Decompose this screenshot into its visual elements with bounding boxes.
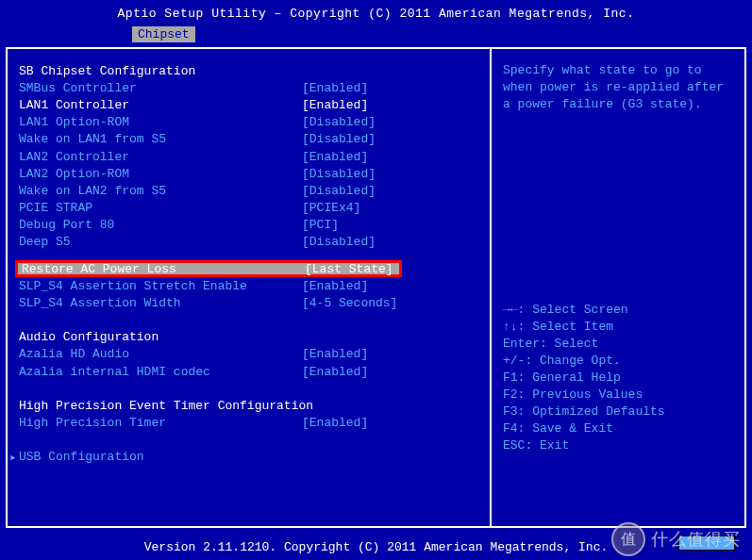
setting-value: [Disabled]	[302, 115, 376, 129]
watermark-text: 什么值得买	[651, 528, 741, 551]
nav-hint: F3: Optimized Defaults	[503, 404, 737, 420]
spacer	[19, 432, 482, 449]
setting-value: [PCI]	[302, 218, 339, 232]
setting-label: Wake on LAN2 from S5	[19, 184, 302, 198]
setting-value: [Enabled]	[302, 150, 368, 164]
setting-label: Debug Port 80	[19, 218, 302, 232]
nav-help: →←: Select Screen↑↓: Select ItemEnter: S…	[503, 302, 737, 454]
setting-row[interactable]: SLP_S4 Assertion Width[4-5 Seconds]	[19, 294, 482, 311]
help-text: Specify what state to go to when power i…	[503, 62, 737, 113]
setting-value: [Disabled]	[302, 167, 376, 181]
setting-label: SMBus Controller	[19, 81, 302, 95]
footer-text: Version 2.11.1210. Copyright (C) 2011 Am…	[144, 540, 608, 554]
nav-hint: F4: Save & Exit	[503, 420, 737, 437]
bios-root: Aptio Setup Utility – Copyright (C) 2011…	[0, 0, 752, 560]
section-label: SB Chipset Configuration	[19, 64, 195, 78]
nav-hint: ESC: Exit	[503, 437, 737, 454]
setting-row[interactable]: Debug Port 80[PCI]	[19, 217, 482, 234]
setting-row[interactable]: LAN1 Controller[Enabled]	[19, 96, 482, 113]
tab-row: Chipset	[0, 26, 752, 43]
setting-label: SLP_S4 Assertion Stretch Enable	[19, 279, 302, 293]
setting-row[interactable]: LAN2 Option-ROM[Disabled]	[19, 165, 482, 182]
settings-panel: SB Chipset Configuration SMBus Controlle…	[8, 49, 492, 526]
setting-label: High Precision Timer	[19, 416, 302, 430]
watermark: 值 什么值得买	[611, 522, 741, 556]
setting-label: PCIE STRAP	[19, 201, 302, 215]
setting-label: Wake on LAN1 from S5	[19, 132, 302, 146]
nav-hint: F1: General Help	[503, 370, 737, 387]
setting-value: [Enabled]	[302, 365, 368, 379]
setting-label: LAN2 Option-ROM	[19, 167, 302, 181]
restore-ac-power-loss-row[interactable]: Restore AC Power Loss [Last State]	[15, 260, 402, 277]
section-label: High Precision Event Timer Configuration	[19, 399, 313, 413]
setting-row[interactable]: LAN2 Controller[Enabled]	[19, 148, 482, 165]
setting-label: SLP_S4 Assertion Width	[19, 296, 302, 310]
setting-value: [Enabled]	[302, 347, 368, 361]
setting-row[interactable]: Azalia HD Audio[Enabled]	[19, 346, 482, 363]
setting-value: [4-5 Seconds]	[302, 296, 397, 310]
setting-label: Azalia HD Audio	[19, 347, 302, 361]
section-header: SB Chipset Configuration	[19, 62, 482, 79]
setting-row[interactable]: High Precision Timer[Enabled]	[19, 414, 482, 431]
setting-value: [Enabled]	[302, 98, 368, 112]
setting-label: LAN2 Controller	[19, 150, 302, 164]
setting-value: [Last State]	[305, 262, 393, 276]
setting-row[interactable]: Azalia internal HDMI codec[Enabled]	[19, 363, 482, 380]
tab-chipset[interactable]: Chipset	[132, 26, 195, 42]
setting-value: [Enabled]	[302, 81, 368, 95]
section-header: Audio Configuration	[19, 329, 482, 346]
nav-hint: ↑↓: Select Item	[503, 319, 737, 336]
title-bar: Aptio Setup Utility – Copyright (C) 2011…	[0, 0, 752, 26]
setting-row[interactable]: SMBus Controller[Enabled]	[19, 79, 482, 96]
nav-hint: →←: Select Screen	[503, 302, 737, 319]
setting-value: [Disabled]	[302, 132, 376, 146]
setting-value: [Enabled]	[302, 279, 368, 293]
spacer	[19, 251, 482, 260]
help-panel: Specify what state to go to when power i…	[492, 49, 744, 526]
watermark-icon: 值	[611, 522, 645, 556]
title-text: Aptio Setup Utility – Copyright (C) 2011…	[118, 7, 635, 21]
setting-row[interactable]: Wake on LAN1 from S5[Disabled]	[19, 131, 482, 148]
section-header: High Precision Event Timer Configuration	[19, 397, 482, 414]
usb-configuration-submenu[interactable]: USB Configuration	[19, 449, 482, 466]
nav-hint: F2: Previous Values	[503, 387, 737, 404]
setting-row[interactable]: LAN1 Option-ROM[Disabled]	[19, 114, 482, 131]
setting-value: [PCIEx4]	[302, 201, 360, 215]
nav-hint: Enter: Select	[503, 336, 737, 353]
setting-label: LAN1 Controller	[19, 98, 302, 112]
submenu-label: USB Configuration	[19, 450, 144, 464]
setting-row[interactable]: SLP_S4 Assertion Stretch Enable[Enabled]	[19, 277, 482, 294]
main-area: SB Chipset Configuration SMBus Controlle…	[6, 47, 746, 528]
setting-label: Deep S5	[19, 235, 302, 249]
nav-hint: +/-: Change Opt.	[503, 353, 737, 370]
setting-row[interactable]: Wake on LAN2 from S5[Disabled]	[19, 182, 482, 199]
setting-row[interactable]: Deep S5[Disabled]	[19, 234, 482, 251]
setting-label: Azalia internal HDMI codec	[19, 365, 302, 379]
spacer	[19, 312, 482, 329]
setting-label: LAN1 Option-ROM	[19, 115, 302, 129]
setting-value: [Disabled]	[302, 235, 376, 249]
setting-value: [Disabled]	[302, 184, 376, 198]
spacer	[19, 380, 482, 397]
setting-row[interactable]: PCIE STRAP[PCIEx4]	[19, 200, 482, 217]
setting-label: Restore AC Power Loss	[22, 262, 305, 276]
setting-value: [Enabled]	[302, 416, 368, 430]
section-label: Audio Configuration	[19, 330, 159, 344]
